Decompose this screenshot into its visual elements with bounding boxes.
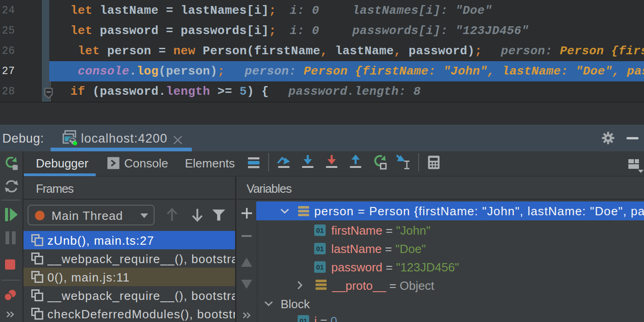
svg-text:01: 01	[316, 226, 324, 234]
svg-text:01: 01	[299, 317, 307, 322]
svg-text:01: 01	[316, 263, 324, 271]
svg-text:01: 01	[316, 245, 324, 253]
